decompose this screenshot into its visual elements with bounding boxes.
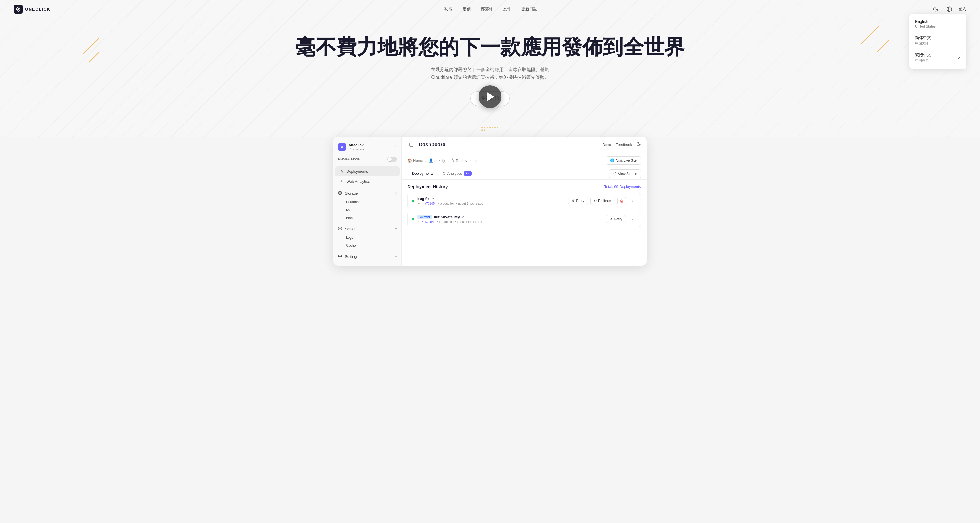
sidebar-item-kv[interactable]: KV (333, 206, 401, 214)
retry-label-2: Retry (614, 217, 622, 221)
tabs: Deployments CI Analytics Pro (407, 168, 476, 179)
sidebar-server-header[interactable]: Server ▾ (333, 224, 401, 234)
lang-english[interactable]: English United States (909, 16, 966, 32)
sidebar-project-name: oneclick (349, 143, 364, 147)
visit-live-site-button[interactable]: 🌐 Visit Live Site (606, 156, 641, 165)
arrow-icon-2: ← (417, 220, 420, 223)
server-icon (338, 227, 342, 231)
code-icon (613, 171, 616, 176)
deployment-hash-1: ~ a731054 (422, 202, 436, 205)
deployment-info-1: bug fix ↗ ← ~ a731054 • production • abo… (417, 197, 565, 205)
theme-toggle-icon[interactable] (931, 5, 940, 14)
deployments-icon (340, 169, 344, 174)
lang-english-name: English (915, 19, 935, 24)
deployment-ext-link-icon-1[interactable]: ↗ (431, 197, 434, 201)
lang-simplified-region: 中国大陆 (915, 41, 931, 46)
deployment-info-2: Current init private key ↗ ← ~ c3fad42 •… (417, 215, 603, 223)
sidebar-item-cache[interactable]: Cache (333, 242, 401, 250)
deployment-sep-2: • (456, 202, 457, 205)
retry-button-1[interactable]: ↺ Retry (568, 197, 588, 205)
navigation: ONECLICK 功能 定價 部落格 文件 更新日誌 登入 (0, 0, 980, 18)
hero-title: 毫不費力地將您的下一款應用發佈到全世界 (14, 35, 966, 59)
tab-deployments[interactable]: Deployments (407, 168, 438, 179)
deployment-actions-2: ↺ Retry › (606, 215, 636, 223)
tabs-bar: Deployments CI Analytics Pro View Source (402, 168, 647, 179)
language-dropdown: English United States 简体中文 中国大陆 繁體中文 中國香… (909, 14, 966, 69)
deployment-env-1: production (440, 202, 454, 205)
lang-simplified-chinese[interactable]: 简体中文 中国大陆 (909, 32, 966, 49)
signin-button[interactable]: 登入 (958, 6, 966, 12)
nav-blog[interactable]: 部落格 (481, 6, 493, 12)
breadcrumb-deployments[interactable]: Deployments (451, 158, 477, 163)
rollback-icon-1: ↩ (594, 199, 597, 203)
deployment-total[interactable]: Total: 69 Deployments (604, 184, 641, 189)
retry-button-2[interactable]: ↺ Retry (606, 215, 626, 223)
sidebar-settings-header[interactable]: Settings ▾ (333, 252, 401, 261)
breadcrumb-home[interactable]: 🏠 Home (407, 158, 423, 163)
visit-live-site-label: Visit Live Site (616, 158, 636, 162)
sidebar-storage-title: Storage (338, 191, 358, 196)
pro-badge: Pro (464, 171, 472, 176)
current-badge: Current (417, 215, 432, 219)
topbar-theme-icon[interactable] (636, 142, 641, 147)
sidebar-toggle-button[interactable] (407, 141, 415, 149)
dashboard-wrapper: o oneclick Production ⌃ Preview Mode (0, 136, 980, 277)
logo-text: ONECLICK (25, 7, 50, 11)
sidebar-item-database[interactable]: Database (333, 198, 401, 206)
svg-rect-9 (338, 229, 342, 230)
sidebar-item-deployments[interactable]: Deployments (335, 166, 400, 176)
sidebar-item-analytics-label: Web Analytics (347, 179, 369, 184)
settings-label: Settings (345, 254, 358, 259)
lang-english-region: United States (915, 24, 935, 29)
view-source-button[interactable]: View Source (609, 169, 641, 178)
play-button[interactable] (479, 86, 501, 108)
nav-changelog[interactable]: 更新日誌 (521, 6, 537, 12)
sidebar-storage-section: Storage ▾ Database KV Blob (333, 187, 401, 223)
tab-ci-analytics-label: CI Analytics (443, 171, 462, 176)
deployment-expand-icon-1[interactable]: › (628, 197, 636, 205)
storage-label: Storage (345, 191, 358, 195)
rollback-button-1[interactable]: ↩ Rollback (590, 197, 615, 205)
deployment-sep-4: • (455, 220, 456, 223)
deployment-env-2: production (439, 220, 453, 223)
nav-links: 功能 定價 部落格 文件 更新日誌 (444, 6, 537, 12)
settings-icon (338, 254, 342, 259)
sidebar-settings-title: Settings (338, 254, 358, 259)
deployment-meta-1: ← ~ a731054 • production • about 7 hours… (417, 202, 565, 205)
breadcrumb-deployments-label: Deployments (456, 158, 477, 163)
deployment-expand-icon-2[interactable]: › (628, 215, 636, 223)
nav-features[interactable]: 功能 (444, 6, 452, 12)
sidebar-item-blob[interactable]: Blob (333, 214, 401, 222)
breadcrumb-sep-1: › (425, 158, 426, 163)
feedback-link[interactable]: Feedback (616, 143, 632, 147)
deployment-history-title: Deployment History (407, 184, 448, 189)
sidebar-storage-header[interactable]: Storage ▾ (333, 189, 401, 198)
tab-ci-analytics[interactable]: CI Analytics Pro (438, 168, 477, 179)
dashboard-title: Dashboard (419, 142, 445, 148)
deployment-name-1: bug fix ↗ (417, 197, 565, 201)
analytics-icon (340, 179, 344, 184)
logo-icon (14, 5, 23, 14)
delete-button-1[interactable] (617, 197, 626, 205)
lang-traditional-chinese[interactable]: 繁體中文 中國香港 ✓ (909, 49, 966, 67)
language-icon[interactable] (945, 5, 954, 14)
deployment-hash-2: ~ c3fad42 (422, 220, 436, 223)
sidebar-item-analytics[interactable]: Web Analytics (335, 176, 400, 186)
hero-section: ONECLICK 功能 定價 部落格 文件 更新日誌 登入 (0, 0, 980, 136)
logo[interactable]: ONECLICK (14, 5, 50, 14)
breadcrumb-project[interactable]: 👤 nextify (429, 158, 445, 163)
deployment-item-bugfix: bug fix ↗ ← ~ a731054 • production • abo… (407, 193, 641, 209)
sidebar-project-chevron-icon[interactable]: ⌃ (393, 144, 397, 149)
deployment-name-2: Current init private key ↗ (417, 215, 603, 219)
nav-pricing[interactable]: 定價 (463, 6, 471, 12)
sidebar-item-logs[interactable]: Logs (333, 234, 401, 242)
deployment-ext-link-icon-2[interactable]: ↗ (461, 215, 464, 219)
sidebar-item-deployments-label: Deployments (347, 169, 368, 174)
dots-decoration (482, 127, 498, 131)
deployment-actions-1: ↺ Retry ↩ Rollback › (568, 197, 636, 205)
deployment-meta-2: ← ~ c3fad42 • production • about 7 hours… (417, 220, 603, 223)
docs-link[interactable]: Docs (603, 143, 611, 147)
nav-docs[interactable]: 文件 (503, 6, 511, 12)
preview-mode-toggle[interactable] (387, 157, 397, 162)
server-label: Server (345, 227, 356, 231)
